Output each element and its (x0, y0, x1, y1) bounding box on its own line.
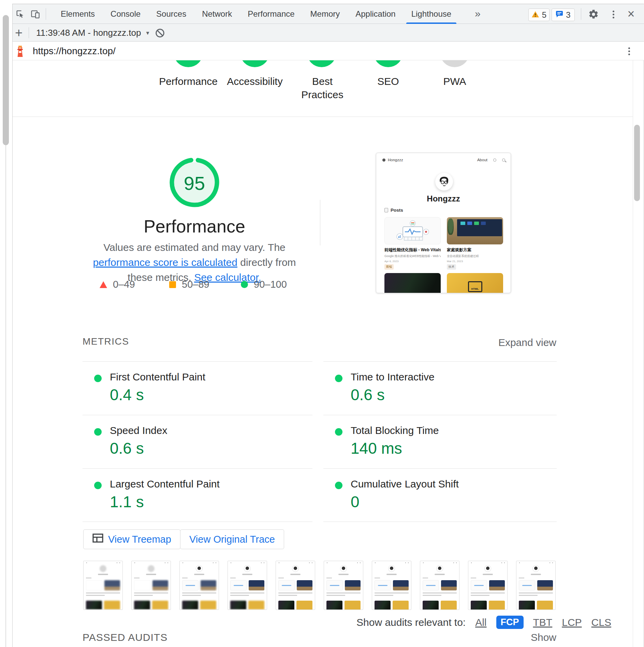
post-subtitle: 全自动观影系统搭建过程 (447, 254, 503, 258)
calculated-link[interactable]: performance score is calculated (93, 257, 237, 268)
tab-lighthouse[interactable]: Lighthouse (404, 4, 459, 24)
theme-toggle-icon (493, 159, 496, 162)
document-icon (384, 208, 388, 212)
metrics-heading: METRICS (83, 336, 129, 347)
tab-performance[interactable]: Performance (240, 4, 302, 24)
filmstrip-frame (228, 561, 267, 610)
lighthouse-logo-icon (15, 44, 25, 58)
filmstrip-frame (324, 561, 363, 610)
issues-badge[interactable]: 3 (552, 9, 575, 21)
passed-audits-heading: PASSED AUDITS (83, 632, 167, 643)
expand-view-toggle[interactable]: Expand view (495, 337, 556, 348)
performance-score-gauge: 95 (166, 154, 222, 210)
filmstrip-frame (372, 561, 411, 610)
category-performance[interactable]: Performance (155, 75, 222, 88)
post-card: 家庭观影方案 全自动观影系统搭建过程 Mar 21, 2023 技术 (447, 217, 503, 270)
category-best-practices[interactable]: Best Practices (294, 75, 351, 101)
clear-block-icon[interactable] (154, 27, 166, 39)
toolbar-separator (29, 27, 29, 38)
filmstrip-frame (468, 561, 508, 610)
settings-gear-icon[interactable] (587, 8, 600, 20)
section-divider (320, 200, 320, 245)
toolbar-separator (46, 8, 46, 20)
profile-name: Hongzzz (376, 194, 511, 204)
filmstrip-frame (179, 561, 219, 610)
pass-dot-icon (335, 482, 342, 489)
passed-audits-show-toggle[interactable]: Show (505, 632, 556, 643)
best-practices-gauge-arc[interactable] (307, 60, 336, 67)
category-accessibility[interactable]: Accessibility (221, 75, 288, 88)
filter-tbt[interactable]: TBT (533, 617, 553, 628)
view-original-trace-button[interactable]: View Original Trace (180, 529, 284, 549)
close-devtools-icon[interactable]: × (625, 7, 637, 20)
tab-application[interactable]: Application (348, 4, 403, 24)
inspect-element-icon[interactable] (15, 9, 25, 19)
filter-all[interactable]: All (475, 617, 486, 628)
search-icon (502, 159, 505, 162)
filter-cls[interactable]: CLS (591, 617, 611, 628)
post-cards: 前端性能优化指标 - Web Vitals Google 推出的标准化WEB性能… (384, 217, 503, 270)
more-options-kebab-icon[interactable] (608, 8, 619, 20)
tab-sources[interactable]: Sources (148, 4, 194, 24)
report-selector-dropdown[interactable]: 11:39:48 AM - hongzzz.top ▼ (36, 24, 150, 42)
device-toolbar-icon[interactable] (30, 9, 40, 19)
legend-range: 90–100 (254, 279, 287, 290)
message-count: 3 (566, 10, 570, 20)
pwa-gauge-arc[interactable] (440, 60, 469, 67)
report-selector-label: 11:39:48 AM - hongzzz.top (36, 28, 141, 38)
metric-total-blocking-time: Total Blocking Time 140 ms (323, 415, 557, 468)
browser-icon: HTML (468, 281, 482, 292)
post-date: Apr 6, 2023 (384, 260, 441, 263)
plant-decor (448, 219, 454, 235)
metric-speed-index: Speed Index 0.6 s (83, 415, 312, 468)
description-text: Values are estimated and may vary. The (103, 242, 286, 253)
category-pwa[interactable]: PWA (421, 75, 488, 88)
post-card-image (447, 217, 503, 244)
metric-cumulative-layout-shift: Cumulative Layout Shift 0 (323, 468, 557, 522)
site-logo-icon (382, 159, 385, 162)
url-row-kebab-icon[interactable] (624, 45, 634, 57)
treemap-icon (92, 533, 103, 545)
tab-console[interactable]: Console (103, 4, 148, 24)
filmstrip-frame (131, 561, 171, 610)
metric-first-contentful-paint: First Contentful Paint 0.4 s (83, 361, 312, 415)
legend-item-average: 50–89 (169, 279, 209, 290)
filmstrip-frame (83, 561, 123, 610)
legend-range: 0–49 (113, 279, 135, 290)
view-treemap-button[interactable]: View Treemap (83, 529, 180, 549)
performance-gauge-arc[interactable] (174, 60, 203, 67)
tab-elements[interactable]: Elements (53, 4, 103, 24)
average-square-icon (169, 281, 176, 288)
pass-dot-icon (94, 428, 102, 436)
post-tag: 技术 (447, 264, 456, 270)
window-right-border (643, 4, 644, 647)
category-seo[interactable]: SEO (355, 75, 422, 88)
tab-memory[interactable]: Memory (303, 4, 348, 24)
site-about-link: About (477, 158, 487, 162)
pass-dot-icon (94, 375, 102, 382)
legend-item-pass: 90–100 (241, 279, 287, 290)
warnings-badge[interactable]: 5 (528, 9, 550, 21)
right-scrollbar-thumb[interactable] (634, 125, 640, 201)
tab-network[interactable]: Network (194, 4, 240, 24)
toolbar-separator (581, 8, 581, 20)
metric-time-to-interactive: Time to Interactive 0.6 s (323, 361, 557, 415)
new-report-plus-icon[interactable]: + (13, 25, 25, 41)
post-image-dark (384, 273, 441, 293)
report-url: https://hongzzz.top/ (33, 42, 116, 60)
legend-item-fail: 0–49 (100, 279, 135, 290)
accessibility-gauge-arc[interactable] (240, 60, 269, 67)
filter-lcp[interactable]: LCP (562, 617, 582, 628)
pass-dot-icon (335, 428, 342, 436)
filmstrip-frame (420, 561, 459, 610)
devtools-tab-bar: Elements Console Sources Network Perform… (53, 4, 459, 24)
filter-fcp-active[interactable]: FCP (496, 616, 524, 629)
more-tabs-icon[interactable]: » (472, 4, 483, 24)
seo-gauge-arc[interactable] (374, 60, 403, 67)
audit-filter-label: Show audits relevant to: (356, 617, 466, 628)
categories-row: Performance Accessibility Best Practices… (13, 60, 633, 117)
post-card-image (384, 217, 441, 244)
audit-filter-bar: Show audits relevant to: All FCP TBT LCP… (356, 616, 611, 629)
left-scrollbar-thumb[interactable] (3, 15, 9, 145)
post-date: Mar 21, 2023 (447, 260, 503, 263)
